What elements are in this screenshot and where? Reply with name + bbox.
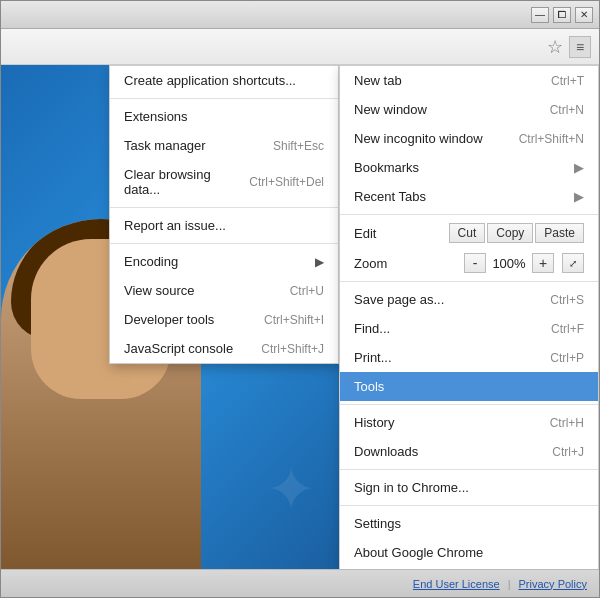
submenu-separator-1 <box>110 98 338 99</box>
menu-item-history[interactable]: History Ctrl+H <box>340 408 598 437</box>
tools-submenu: Create application shortcuts... Extensio… <box>109 65 339 364</box>
menu-item-about[interactable]: About Google Chrome <box>340 538 598 567</box>
page-footer: End User License | Privacy Policy <box>1 569 599 597</box>
paste-button[interactable]: Paste <box>535 223 584 243</box>
menu-item-find[interactable]: Find... Ctrl+F <box>340 314 598 343</box>
menu-item-save-page[interactable]: Save page as... Ctrl+S <box>340 285 598 314</box>
zoom-controls: - 100% + ⤢ <box>464 253 584 273</box>
submenu-item-developer-tools[interactable]: Developer tools Ctrl+Shift+I <box>110 305 338 334</box>
cut-button[interactable]: Cut <box>449 223 486 243</box>
privacy-policy-link[interactable]: Privacy Policy <box>519 578 587 590</box>
maximize-button[interactable]: ⧠ <box>553 7 571 23</box>
menu-item-print[interactable]: Print... Ctrl+P <box>340 343 598 372</box>
zoom-value: 100% <box>490 256 528 271</box>
menu-item-settings[interactable]: Settings <box>340 509 598 538</box>
bookmark-star-icon[interactable]: ☆ <box>547 36 563 58</box>
menu-item-help[interactable]: Help <box>340 567 598 569</box>
menu-item-downloads[interactable]: Downloads Ctrl+J <box>340 437 598 466</box>
browser-toolbar: ☆ ≡ <box>1 29 599 65</box>
zoom-row: Zoom - 100% + ⤢ <box>340 248 598 278</box>
submenu-item-view-source[interactable]: View source Ctrl+U <box>110 276 338 305</box>
menu-item-bookmarks[interactable]: Bookmarks ▶ <box>340 153 598 182</box>
submenu-item-clear-browsing[interactable]: Clear browsing data... Ctrl+Shift+Del <box>110 160 338 204</box>
watermark-logo: ✦ <box>251 449 331 529</box>
submenu-item-create-shortcuts[interactable]: Create application shortcuts... <box>110 66 338 95</box>
chrome-menu-button[interactable]: ≡ <box>569 36 591 58</box>
submenu-item-javascript-console[interactable]: JavaScript console Ctrl+Shift+J <box>110 334 338 363</box>
submenu-item-report-issue[interactable]: Report an issue... <box>110 211 338 240</box>
zoom-fullscreen-button[interactable]: ⤢ <box>562 253 584 273</box>
bookmarks-arrow-icon: ▶ <box>574 160 584 175</box>
menu-item-recent-tabs[interactable]: Recent Tabs ▶ <box>340 182 598 211</box>
separator-2 <box>340 281 598 282</box>
menu-item-new-window[interactable]: New window Ctrl+N <box>340 95 598 124</box>
zoom-out-button[interactable]: - <box>464 253 486 273</box>
separator-1 <box>340 214 598 215</box>
close-button[interactable]: ✕ <box>575 7 593 23</box>
submenu-item-extensions[interactable]: Extensions <box>110 102 338 131</box>
separator-4 <box>340 469 598 470</box>
copy-button[interactable]: Copy <box>487 223 533 243</box>
separator-5 <box>340 505 598 506</box>
title-bar: — ⧠ ✕ <box>1 1 599 29</box>
menu-item-new-incognito[interactable]: New incognito window Ctrl+Shift+N <box>340 124 598 153</box>
edit-button-group: Cut Copy Paste <box>449 223 584 243</box>
main-dropdown-menu: New tab Ctrl+T New window Ctrl+N New inc… <box>339 65 599 569</box>
browser-window: — ⧠ ✕ ☆ ≡ Support ToggleMark help naviga… <box>0 0 600 598</box>
page-content: Support ToggleMark help navigate through… <box>1 65 599 569</box>
zoom-in-button[interactable]: + <box>532 253 554 273</box>
minimize-button[interactable]: — <box>531 7 549 23</box>
submenu-item-task-manager[interactable]: Task manager Shift+Esc <box>110 131 338 160</box>
footer-separator: | <box>508 578 511 590</box>
edit-row: Edit Cut Copy Paste <box>340 218 598 248</box>
title-bar-buttons: — ⧠ ✕ <box>531 7 593 23</box>
recent-tabs-arrow-icon: ▶ <box>574 189 584 204</box>
submenu-separator-3 <box>110 243 338 244</box>
submenu-separator-2 <box>110 207 338 208</box>
end-user-license-link[interactable]: End User License <box>413 578 500 590</box>
separator-3 <box>340 404 598 405</box>
submenu-item-encoding[interactable]: Encoding ▶ <box>110 247 338 276</box>
menu-item-new-tab[interactable]: New tab Ctrl+T <box>340 66 598 95</box>
menu-item-tools[interactable]: Tools <box>340 372 598 401</box>
menu-item-signin[interactable]: Sign in to Chrome... <box>340 473 598 502</box>
